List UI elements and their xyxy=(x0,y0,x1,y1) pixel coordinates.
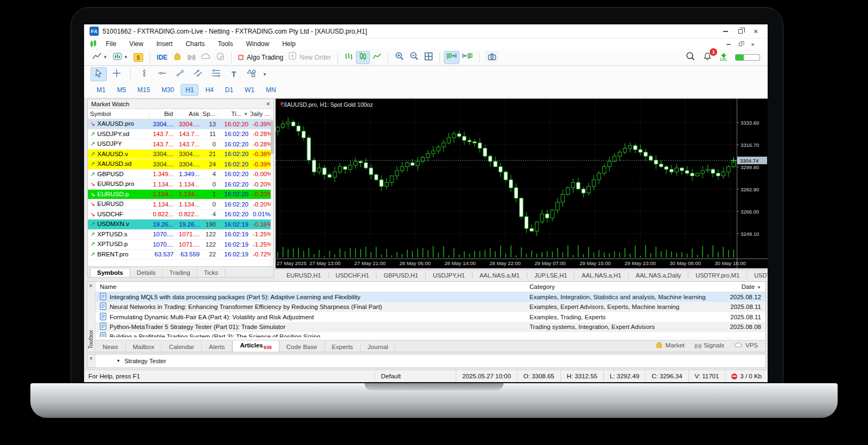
deposit-button[interactable]: $ xyxy=(131,51,146,64)
market-watch-close-icon[interactable]: × xyxy=(266,100,270,107)
timeframe-mn[interactable]: MN xyxy=(261,84,281,96)
horizontal-line-tool-button[interactable] xyxy=(154,67,170,81)
column-header-name[interactable]: Name xyxy=(95,283,529,290)
article-row[interactable]: Neural Networks in Trading: Enhancing Tr… xyxy=(95,302,765,313)
minimize-button[interactable] xyxy=(719,27,732,36)
new-order-button[interactable]: New Order xyxy=(286,51,334,64)
chart-tab-usdjpy-h1[interactable]: USDJPY,H1 xyxy=(426,272,473,279)
toolbox-vps-button[interactable]: VPS xyxy=(734,341,758,349)
market-watch-tab-symbols[interactable]: Symbols xyxy=(90,268,130,277)
chart-tab-aal-nas-a-daily[interactable]: AAL.NAS.a,Daily xyxy=(629,272,688,279)
screenshot-button[interactable] xyxy=(483,51,501,64)
more-tools-dropdown[interactable]: ▼ xyxy=(263,72,267,77)
menu-file[interactable]: File xyxy=(99,40,123,48)
market-watch-row-xptusd-p[interactable]: ↗XPTUSD.p1070....1071....12216:02:19-1.2… xyxy=(88,240,273,250)
toolbox-market-button[interactable]: Market xyxy=(655,341,685,350)
toolbox-close-icon[interactable]: × xyxy=(89,283,92,289)
zoom-in-button[interactable] xyxy=(392,51,407,64)
market-watch-row-eurusd-pro[interactable]: ↘EURUSD.pro1.134...1.134...016:02:20-0.2… xyxy=(88,179,273,190)
article-row[interactable]: Python-MetaTrader 5 Strategy Tester (Par… xyxy=(95,323,765,333)
vertical-line-tool-button[interactable] xyxy=(136,67,152,81)
algo-trading-button[interactable]: Algo Trading xyxy=(235,51,286,64)
market-watch-row-xauusd-pro[interactable]: ↘XAUUSD.pro3304....3304....1316:02:20-0.… xyxy=(88,119,273,130)
market-watch-row-brent-pro[interactable]: ↗BRENT.pro63.53763.5592216:02:19-0.72% xyxy=(88,250,273,260)
auto-scroll-button[interactable] xyxy=(459,51,475,64)
toolbox-signals-button[interactable]: ((o))Signals xyxy=(694,342,724,349)
column-header-sp[interactable]: Sp... xyxy=(202,109,218,119)
market-store-button[interactable] xyxy=(170,51,184,64)
market-watch-row-xauusd-v[interactable]: ↗XAUUSD.v3304....3304....2116:02:20-0.38… xyxy=(88,150,273,160)
toolbox-tab-mailbox[interactable]: Mailbox xyxy=(126,342,162,352)
timeframe-w1[interactable]: W1 xyxy=(240,84,259,96)
chart-tab-gbpusd-h1[interactable]: GBPUSD,H1 xyxy=(376,272,426,279)
chart-tab-aal-nas-a-m1[interactable]: AAL.NAS.a,M1 xyxy=(473,272,527,279)
market-watch-row-xauusd-sd[interactable]: ↗XAUUSD.sd3304....3304....2416:02:20-0.3… xyxy=(88,159,273,170)
menu-view[interactable]: View xyxy=(123,40,150,48)
tile-windows-button[interactable] xyxy=(422,51,436,64)
market-watch-row-usdjpy-sd[interactable]: ↗USDJPY.sd143.7...143.7...1116:02:20-0.2… xyxy=(88,130,273,140)
market-watch-tab-ticks[interactable]: Ticks xyxy=(197,268,225,277)
market-watch-tab-trading[interactable]: Trading xyxy=(163,268,197,277)
chart-type-dropdown-button[interactable]: ▼ xyxy=(90,51,110,64)
column-header-daily[interactable]: Daily ... xyxy=(251,109,272,119)
market-watch-scrollbar[interactable] xyxy=(271,119,273,267)
toolbox-tab-alerts[interactable]: Alerts xyxy=(202,342,232,352)
toolbox-tab-calendar[interactable]: Calendar xyxy=(162,342,202,352)
signals-button[interactable]: ((o)) xyxy=(184,51,198,64)
community-button[interactable] xyxy=(213,51,227,64)
cloud-button[interactable] xyxy=(198,51,213,64)
market-watch-tab-details[interactable]: Details xyxy=(130,268,163,277)
chart-tab-usdtry-pro-m1[interactable]: USDTRY.pro,M1 xyxy=(688,272,747,279)
column-header-bid[interactable]: Bid xyxy=(150,109,176,119)
article-row[interactable]: Formulating Dynamic Multi-Pair EA (Part … xyxy=(95,312,765,323)
timeframe-h1[interactable]: H1 xyxy=(181,84,199,96)
market-watch-row-usdjpy[interactable]: ↗USDJPY143.7...143.7...016:02:20-0.28% xyxy=(88,139,273,150)
column-header-date[interactable]: Date▼ xyxy=(717,283,765,290)
strategy-tester-close-icon[interactable]: × xyxy=(90,356,93,362)
fibonacci-tool-button[interactable] xyxy=(208,67,224,81)
market-watch-view-dropdown-button[interactable]: ▼ xyxy=(110,51,131,64)
text-tool-button[interactable]: T xyxy=(226,67,242,81)
column-header-category[interactable]: Category xyxy=(529,283,717,290)
candlestick-mode-button[interactable] xyxy=(356,51,370,64)
ide-button[interactable]: IDE xyxy=(154,51,170,64)
close-button[interactable]: × xyxy=(749,27,762,36)
chart-tab-aal-nas-a-h1[interactable]: AAL.NAS.a,H1 xyxy=(575,272,629,279)
search-button[interactable] xyxy=(686,51,695,63)
article-row[interactable]: Integrating MQL5 with data processing pa… xyxy=(95,292,765,302)
market-watch-row-usdchf[interactable]: ↘USDCHF0.822...0.822...416:02:200.01% xyxy=(88,210,273,220)
market-watch-row-xptusd-s[interactable]: ↗XPTUSD.s1070....1071....12216:02:19-1.2… xyxy=(88,230,273,240)
chart-tab-jup-lse-h1[interactable]: JUP.LSE,H1 xyxy=(527,272,575,279)
strategy-tester-label[interactable]: Strategy Tester xyxy=(124,358,166,364)
chart-area[interactable]: 3333.603316.703299.803282.903266.003249.… xyxy=(276,99,768,268)
toolbox-tab-news[interactable]: News xyxy=(95,342,126,352)
market-watch-row-usdmxn-v[interactable]: ↗USDMXN.v19.26...19.26...19016:02:19-0.1… xyxy=(88,220,273,230)
shapes-tool-button[interactable] xyxy=(244,67,260,81)
column-header-ask[interactable]: Ask xyxy=(176,109,202,119)
channel-tool-button[interactable] xyxy=(190,67,206,81)
toolbox-tab-experts[interactable]: Experts xyxy=(325,342,361,352)
article-row[interactable]: Building a Profitable Trading System (Pa… xyxy=(95,332,765,338)
toolbox-tab-articles[interactable]: Articles939 xyxy=(232,340,279,352)
chart-tab-usdchf-h1[interactable]: USDCHF,H1 xyxy=(329,272,377,279)
menu-window[interactable]: Window xyxy=(240,40,276,48)
timeframe-m5[interactable]: M5 xyxy=(112,84,131,96)
market-watch-row-eurusd[interactable]: ↘EURUSD1.134...1.134...016:02:20-0.20% xyxy=(88,199,273,210)
chart-tab-usdtr[interactable]: USDTR xyxy=(747,272,768,279)
timeframe-h4[interactable]: H4 xyxy=(200,84,218,96)
chart-close-button[interactable]: × xyxy=(748,40,758,48)
shift-chart-end-button[interactable] xyxy=(444,51,459,64)
market-watch-row-gbpusd[interactable]: ↗GBPUSD1.349...1.349...416:02:20-0.00% xyxy=(88,170,273,180)
column-header-ti[interactable]: Ti...▼ xyxy=(218,109,251,119)
column-header-symbol[interactable]: Symbol xyxy=(88,109,150,119)
timeframe-m1[interactable]: M1 xyxy=(92,84,111,96)
line-chart-mode-button[interactable] xyxy=(370,51,384,64)
restore-button[interactable] xyxy=(734,27,747,36)
market-watch-row-eurusd-p[interactable]: ↘EURUSD.p1.134...1.134...116:02:20-0.20% xyxy=(88,190,273,200)
status-profile[interactable]: Default xyxy=(374,370,456,382)
trendline-tool-button[interactable] xyxy=(172,67,188,81)
bar-chart-mode-button[interactable] xyxy=(342,51,356,64)
chart-minimize-button[interactable] xyxy=(723,40,733,48)
notifications-button[interactable]: 1 xyxy=(703,52,712,63)
menu-help[interactable]: Help xyxy=(276,40,302,48)
